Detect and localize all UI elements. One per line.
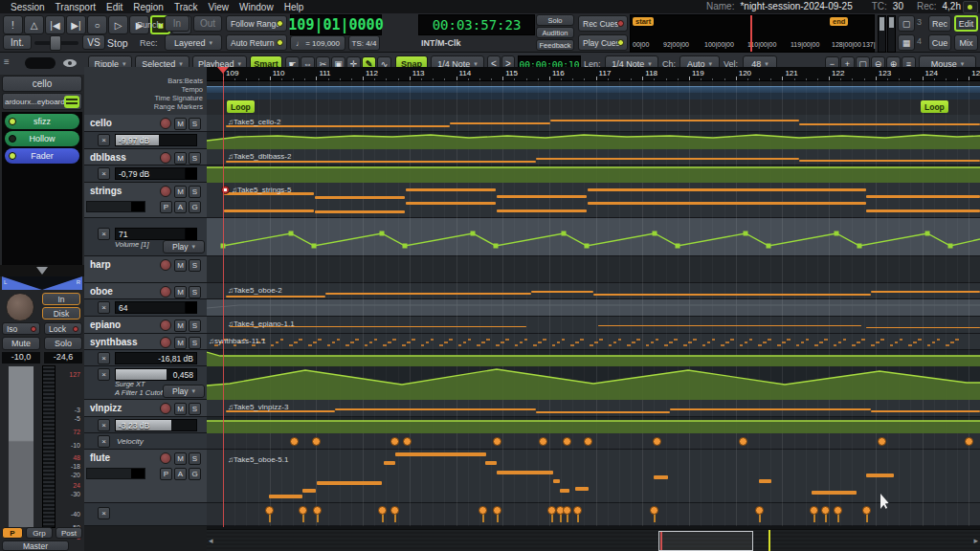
record-enable-button[interactable] xyxy=(160,186,171,197)
midi-note[interactable] xyxy=(593,294,871,296)
velocity-lollipop[interactable] xyxy=(265,506,274,515)
arp-note[interactable] xyxy=(927,344,931,346)
arp-note[interactable] xyxy=(463,342,467,343)
scenes-icon[interactable]: ▦ xyxy=(898,34,915,51)
hide-lane-button[interactable]: × xyxy=(98,368,110,381)
arp-note[interactable] xyxy=(289,344,293,346)
menu-region[interactable]: Region xyxy=(133,2,164,12)
arp-note[interactable] xyxy=(557,342,561,343)
velocity-lollipop[interactable] xyxy=(378,506,387,515)
velocity-lollipop[interactable] xyxy=(290,437,299,446)
midi-note[interactable] xyxy=(598,325,861,326)
midi-note[interactable] xyxy=(866,195,980,198)
timesig-button[interactable]: TS: 4/4 xyxy=(348,35,380,51)
solo-button[interactable]: S xyxy=(189,286,201,298)
loop-marker[interactable]: Loop xyxy=(921,100,948,113)
arp-note[interactable] xyxy=(439,344,443,346)
midi-note[interactable] xyxy=(226,296,325,298)
automation-value-slider[interactable]: -16,81 dB xyxy=(115,352,197,364)
track-name[interactable]: strings xyxy=(90,186,122,196)
mute-button[interactable]: M xyxy=(174,259,187,272)
automation-value-slider[interactable]: -3,23 dB xyxy=(115,419,197,431)
midi-note[interactable] xyxy=(799,160,980,162)
velocity-lollipop[interactable] xyxy=(739,437,747,446)
arp-note[interactable] xyxy=(819,342,823,343)
midi-note[interactable] xyxy=(395,452,486,456)
midi-note[interactable] xyxy=(224,209,314,212)
midi-note[interactable] xyxy=(269,495,302,498)
midi-note[interactable] xyxy=(384,461,395,465)
rec-cues-button[interactable]: Rec Cues xyxy=(578,15,628,32)
midi-note[interactable] xyxy=(497,195,587,198)
monitor-input-button[interactable]: In xyxy=(42,293,80,305)
arp-note[interactable] xyxy=(745,342,748,343)
group-button[interactable]: G xyxy=(189,468,201,480)
arp-note[interactable] xyxy=(852,344,856,346)
hide-lane-button[interactable]: × xyxy=(98,435,110,448)
arp-note[interactable] xyxy=(806,339,810,341)
track-title-button[interactable]: cello xyxy=(2,76,82,92)
output-button[interactable]: Master xyxy=(2,540,69,551)
arp-note[interactable] xyxy=(533,344,537,346)
loop-marker[interactable]: Loop xyxy=(227,100,255,113)
midi-note[interactable] xyxy=(302,489,316,493)
solo-button[interactable]: S xyxy=(189,403,201,415)
edit-page-button[interactable]: Edit xyxy=(954,15,978,32)
go-end-button[interactable]: ▶| xyxy=(66,15,86,34)
menu-transport[interactable]: Transport xyxy=(56,2,96,12)
arp-note[interactable] xyxy=(857,342,860,343)
tab-left-icon[interactable]: ≡ xyxy=(4,56,10,67)
mix-page-button[interactable]: Mix xyxy=(954,34,978,51)
velocity-lollipop[interactable] xyxy=(878,437,886,446)
solo-button[interactable]: S xyxy=(189,259,201,272)
mute-button[interactable]: M xyxy=(174,186,187,198)
arp-note[interactable] xyxy=(318,339,322,341)
arp-note[interactable] xyxy=(932,342,936,343)
arp-note[interactable] xyxy=(520,342,523,343)
arp-note[interactable] xyxy=(369,342,373,343)
velocity-lollipop[interactable] xyxy=(390,506,399,515)
mute-button[interactable]: M xyxy=(174,152,187,165)
fader-handle-strip[interactable] xyxy=(0,265,84,276)
mute-button[interactable]: M xyxy=(174,286,187,298)
mute-button[interactable]: M xyxy=(174,337,187,349)
summary-view-rect[interactable] xyxy=(658,531,753,551)
track-header-strings[interactable]: stringsMSPAG xyxy=(84,183,207,218)
io-button[interactable]: ardourx...eyboard xyxy=(2,93,82,110)
arp-note[interactable] xyxy=(618,339,622,341)
arp-note[interactable] xyxy=(876,342,880,343)
midi-note[interactable] xyxy=(406,202,496,205)
arp-note[interactable] xyxy=(913,342,917,343)
arp-note[interactable] xyxy=(955,339,959,341)
arp-note[interactable] xyxy=(505,339,509,341)
cue-page-button[interactable]: Cue xyxy=(928,34,951,51)
midi-note[interactable] xyxy=(325,293,531,295)
velocity-lollipop[interactable] xyxy=(312,437,321,446)
velocity-lollipop[interactable] xyxy=(573,506,582,515)
hide-lane-button[interactable]: × xyxy=(98,419,110,431)
track-name[interactable]: oboe xyxy=(90,286,113,297)
arp-note[interactable] xyxy=(481,342,485,343)
solo-button[interactable]: S xyxy=(189,337,201,349)
midi-note[interactable] xyxy=(588,188,866,191)
arp-note[interactable] xyxy=(327,344,331,346)
arp-note[interactable] xyxy=(552,344,556,346)
automation-mode-select[interactable]: Play xyxy=(163,385,205,398)
arp-note[interactable] xyxy=(308,344,312,346)
midi-note[interactable] xyxy=(406,188,496,191)
arp-note[interactable] xyxy=(895,342,899,343)
arp-note[interactable] xyxy=(449,339,453,341)
arp-note[interactable] xyxy=(271,344,275,346)
midi-note[interactable] xyxy=(335,408,536,410)
punch-in-button[interactable]: In xyxy=(165,15,189,32)
post-button[interactable]: Post xyxy=(56,527,82,539)
midi-note[interactable] xyxy=(759,479,771,483)
menu-edit[interactable]: Edit xyxy=(106,2,122,12)
p-button[interactable]: P xyxy=(2,527,23,539)
mute-button[interactable]: M xyxy=(174,452,187,465)
play-selection-button[interactable]: ▷ xyxy=(108,15,128,34)
playlist-button[interactable]: P xyxy=(160,468,172,480)
arp-note[interactable] xyxy=(871,344,875,346)
arp-note[interactable] xyxy=(796,344,800,346)
punch-out-button[interactable]: Out xyxy=(193,15,222,32)
